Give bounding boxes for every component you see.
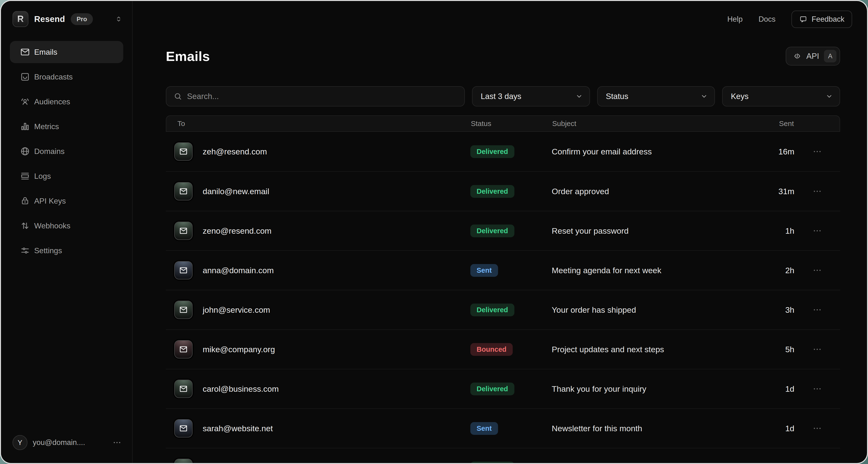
search-input[interactable] — [187, 92, 457, 101]
sent-time: 31m — [744, 187, 794, 196]
settings-icon — [20, 245, 30, 256]
mail-tile-icon — [174, 142, 192, 161]
ellipsis-icon — [812, 226, 822, 236]
chevron-updown-icon[interactable] — [115, 15, 123, 23]
table-row[interactable]: john@service.com Delivered Your order ha… — [166, 290, 840, 329]
ellipsis-icon — [812, 147, 822, 156]
chevron-down-icon — [826, 93, 833, 100]
row-menu-button[interactable] — [794, 384, 840, 394]
code-icon — [793, 52, 802, 60]
search-icon — [174, 92, 182, 101]
lock-icon — [20, 196, 30, 206]
row-menu-button[interactable] — [794, 345, 840, 354]
recipient-email: danilo@new.email — [203, 187, 269, 196]
row-menu-button[interactable] — [794, 424, 840, 433]
sidebar-item-broadcasts[interactable]: Broadcasts — [10, 66, 123, 88]
table-row[interactable]: carol@business.com Delivered Thank you f… — [166, 369, 840, 408]
sidebar-item-webhooks[interactable]: Webhooks — [10, 215, 123, 237]
search-box — [166, 86, 465, 107]
sidebar-item-domains[interactable]: Domains — [10, 140, 123, 163]
docs-link[interactable]: Docs — [758, 15, 776, 24]
subject-text: Your order has shipped — [552, 305, 744, 315]
help-link[interactable]: Help — [727, 15, 743, 24]
ellipsis-icon — [812, 424, 822, 433]
row-menu-button[interactable] — [794, 226, 840, 236]
table-row[interactable]: zeh@resend.com Delivered Confirm your em… — [166, 132, 840, 171]
sidebar-item-metrics[interactable]: Metrics — [10, 115, 123, 138]
subject-text: Order approved — [552, 187, 744, 196]
subject-text: Newsletter for this month — [552, 424, 744, 433]
workspace-name: Resend — [34, 14, 65, 24]
topbar: HelpDocs Feedback — [166, 1, 852, 28]
table-header: To Status Subject Sent — [166, 115, 840, 132]
audiences-icon — [20, 96, 30, 107]
mail-tile-icon — [174, 222, 192, 240]
recipient-email: zeh@resend.com — [203, 147, 267, 156]
user-email: you@domain.... — [33, 438, 85, 447]
filter-dropdown-last-3-days[interactable]: Last 3 days — [472, 86, 590, 107]
row-menu-button[interactable] — [794, 147, 840, 156]
sidebar: R Resend Pro Emails Broadcasts Audiences… — [1, 1, 133, 463]
sidebar-item-logs[interactable]: Logs — [10, 165, 123, 187]
app-window: R Resend Pro Emails Broadcasts Audiences… — [0, 0, 868, 464]
status-badge: Delivered — [470, 383, 515, 395]
logo-letter: R — [17, 14, 24, 24]
main-content: HelpDocs Feedback Emails API A Last 3 da… — [133, 1, 867, 463]
sent-time: 1d — [744, 384, 794, 394]
table-row[interactable]: Delivered — [166, 448, 840, 464]
recipient-email: carol@business.com — [203, 384, 279, 394]
webhooks-icon — [20, 221, 30, 231]
user-section: Y you@domain.... — [1, 426, 132, 463]
table-row[interactable]: zeno@resend.com Delivered Reset your pas… — [166, 211, 840, 250]
subject-text: Confirm your email address — [552, 147, 744, 156]
emails-table: To Status Subject Sent zeh@resend.com De… — [166, 115, 840, 464]
filter-dropdown-status[interactable]: Status — [597, 86, 715, 107]
mail-tile-icon — [174, 182, 192, 200]
metrics-icon — [20, 121, 30, 132]
recipient-email: anna@domain.com — [203, 266, 274, 275]
row-menu-button[interactable] — [794, 265, 840, 275]
recipient-email: john@service.com — [203, 305, 270, 315]
mail-tile-icon — [174, 459, 192, 464]
table-row[interactable]: danilo@new.email Delivered Order approve… — [166, 171, 840, 211]
row-menu-button[interactable] — [794, 305, 840, 315]
sent-time: 16m — [744, 147, 794, 156]
resend-logo-icon: R — [12, 11, 28, 27]
mail-tile-icon — [174, 340, 192, 358]
plan-badge: Pro — [71, 13, 93, 25]
keyboard-shortcut-badge: A — [824, 50, 836, 62]
mail-tile-icon — [174, 419, 192, 437]
sent-time: 5h — [744, 345, 794, 354]
recipient-email: mike@company.org — [203, 345, 275, 354]
status-badge: Delivered — [470, 185, 515, 198]
recipient-email: zeno@resend.com — [203, 226, 272, 236]
globe-icon — [20, 146, 30, 156]
status-badge: Bounced — [470, 343, 513, 356]
table-row[interactable]: mike@company.org Bounced Project updates… — [166, 329, 840, 369]
sent-time: 2h — [744, 266, 794, 275]
table-row[interactable]: sarah@website.net Sent Newsletter for th… — [166, 408, 840, 448]
table-body: zeh@resend.com Delivered Confirm your em… — [166, 132, 840, 464]
table-row[interactable]: anna@domain.com Sent Meeting agenda for … — [166, 250, 840, 290]
row-menu-button[interactable] — [794, 186, 840, 196]
user-menu-button[interactable] — [113, 438, 122, 447]
api-button[interactable]: API A — [786, 47, 840, 65]
ellipsis-icon — [812, 384, 822, 394]
sent-time: 1h — [744, 226, 794, 236]
column-header-subject: Subject — [552, 119, 743, 128]
chevron-down-icon — [576, 93, 583, 100]
filter-dropdown-keys[interactable]: Keys — [722, 86, 840, 107]
subject-text: Reset your password — [552, 226, 744, 236]
sidebar-item-settings[interactable]: Settings — [10, 239, 123, 262]
status-badge: Delivered — [470, 303, 515, 316]
sidebar-item-emails[interactable]: Emails — [10, 41, 123, 63]
page-header: Emails API A — [166, 47, 840, 65]
sidebar-item-api-keys[interactable]: API Keys — [10, 190, 123, 212]
ellipsis-icon — [812, 305, 822, 315]
feedback-button[interactable]: Feedback — [792, 10, 852, 28]
status-badge: Sent — [470, 422, 498, 435]
subject-text: Meeting agenda for next week — [552, 266, 744, 275]
sidebar-item-audiences[interactable]: Audiences — [10, 91, 123, 113]
workspace-switcher[interactable]: R Resend Pro — [1, 1, 132, 35]
mail-icon — [20, 47, 30, 57]
